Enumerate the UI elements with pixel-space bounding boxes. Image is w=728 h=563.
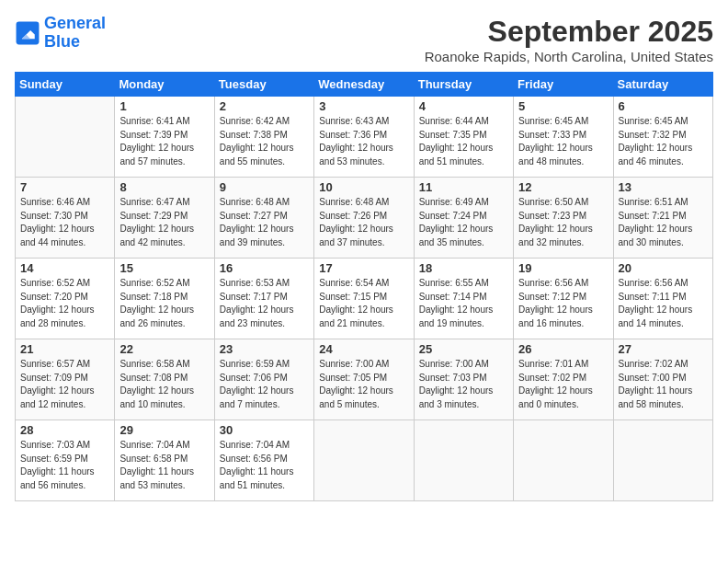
- day-info: Sunrise: 6:56 AMSunset: 7:12 PMDaylight:…: [518, 277, 608, 330]
- day-number: 19: [518, 261, 608, 275]
- day-cell: [414, 420, 513, 501]
- day-cell: [514, 420, 613, 501]
- week-row-4: 21Sunrise: 6:57 AMSunset: 7:09 PMDayligh…: [16, 339, 713, 420]
- day-number: 28: [20, 423, 109, 437]
- day-cell: 25Sunrise: 7:00 AMSunset: 7:03 PMDayligh…: [414, 339, 513, 420]
- day-number: 11: [419, 180, 508, 194]
- logo-general: General: [44, 14, 106, 32]
- page-header: General Blue September 2025 Roanoke Rapi…: [15, 15, 713, 64]
- day-info: Sunrise: 6:43 AMSunset: 7:36 PMDaylight:…: [319, 115, 408, 168]
- day-info: Sunrise: 6:54 AMSunset: 7:15 PMDaylight:…: [319, 277, 408, 330]
- day-number: 18: [419, 261, 508, 275]
- day-info: Sunrise: 6:55 AMSunset: 7:14 PMDaylight:…: [419, 277, 508, 330]
- day-info: Sunrise: 6:45 AMSunset: 7:32 PMDaylight:…: [619, 115, 708, 168]
- day-cell: 6Sunrise: 6:45 AMSunset: 7:32 PMDaylight…: [613, 97, 712, 178]
- day-info: Sunrise: 6:44 AMSunset: 7:35 PMDaylight:…: [419, 115, 508, 168]
- day-info: Sunrise: 6:48 AMSunset: 7:26 PMDaylight:…: [319, 196, 408, 249]
- weekday-header-row: SundayMondayTuesdayWednesdayThursdayFrid…: [16, 73, 713, 97]
- day-number: 5: [518, 99, 608, 113]
- day-cell: 21Sunrise: 6:57 AMSunset: 7:09 PMDayligh…: [16, 339, 115, 420]
- day-cell: 18Sunrise: 6:55 AMSunset: 7:14 PMDayligh…: [414, 259, 513, 339]
- day-cell: 24Sunrise: 7:00 AMSunset: 7:05 PMDayligh…: [314, 339, 414, 420]
- day-info: Sunrise: 6:47 AMSunset: 7:29 PMDaylight:…: [119, 196, 209, 249]
- logo: General Blue: [15, 15, 106, 52]
- day-number: 25: [419, 342, 508, 356]
- day-number: 2: [220, 99, 309, 113]
- day-info: Sunrise: 6:58 AMSunset: 7:08 PMDaylight:…: [119, 358, 209, 411]
- weekday-header-saturday: Saturday: [613, 73, 712, 97]
- day-info: Sunrise: 6:48 AMSunset: 7:27 PMDaylight:…: [220, 196, 309, 249]
- day-info: Sunrise: 7:00 AMSunset: 7:03 PMDaylight:…: [419, 358, 508, 411]
- day-cell: 28Sunrise: 7:03 AMSunset: 6:59 PMDayligh…: [16, 420, 115, 501]
- weekday-header-monday: Monday: [115, 73, 214, 97]
- day-number: 17: [319, 261, 408, 275]
- month-title: September 2025: [425, 15, 713, 49]
- day-info: Sunrise: 6:49 AMSunset: 7:24 PMDaylight:…: [419, 196, 508, 249]
- day-cell: 30Sunrise: 7:04 AMSunset: 6:56 PMDayligh…: [214, 420, 313, 501]
- day-number: 16: [220, 261, 309, 275]
- day-info: Sunrise: 6:46 AMSunset: 7:30 PMDaylight:…: [20, 196, 109, 249]
- day-cell: 4Sunrise: 6:44 AMSunset: 7:35 PMDaylight…: [414, 97, 513, 178]
- day-number: 27: [619, 342, 708, 356]
- weekday-header-tuesday: Tuesday: [214, 73, 313, 97]
- day-cell: 26Sunrise: 7:01 AMSunset: 7:02 PMDayligh…: [514, 339, 613, 420]
- day-number: 6: [619, 99, 708, 113]
- day-number: 15: [119, 261, 209, 275]
- day-info: Sunrise: 6:52 AMSunset: 7:20 PMDaylight:…: [20, 277, 109, 330]
- day-cell: 11Sunrise: 6:49 AMSunset: 7:24 PMDayligh…: [414, 178, 513, 259]
- day-cell: 15Sunrise: 6:52 AMSunset: 7:18 PMDayligh…: [115, 259, 214, 339]
- day-info: Sunrise: 7:04 AMSunset: 6:58 PMDaylight:…: [119, 439, 209, 492]
- day-cell: 16Sunrise: 6:53 AMSunset: 7:17 PMDayligh…: [214, 259, 313, 339]
- day-cell: 17Sunrise: 6:54 AMSunset: 7:15 PMDayligh…: [314, 259, 414, 339]
- day-cell: 20Sunrise: 6:56 AMSunset: 7:11 PMDayligh…: [613, 259, 712, 339]
- day-number: 8: [119, 180, 209, 194]
- day-cell: 27Sunrise: 7:02 AMSunset: 7:00 PMDayligh…: [613, 339, 712, 420]
- day-cell: 14Sunrise: 6:52 AMSunset: 7:20 PMDayligh…: [16, 259, 115, 339]
- day-cell: 19Sunrise: 6:56 AMSunset: 7:12 PMDayligh…: [514, 259, 613, 339]
- day-info: Sunrise: 6:42 AMSunset: 7:38 PMDaylight:…: [220, 115, 309, 168]
- day-info: Sunrise: 7:01 AMSunset: 7:02 PMDaylight:…: [518, 358, 608, 411]
- day-number: 24: [319, 342, 408, 356]
- title-block: September 2025 Roanoke Rapids, North Car…: [425, 15, 713, 64]
- day-number: 13: [619, 180, 708, 194]
- day-info: Sunrise: 6:59 AMSunset: 7:06 PMDaylight:…: [220, 358, 309, 411]
- day-number: 4: [419, 99, 508, 113]
- day-cell: 10Sunrise: 6:48 AMSunset: 7:26 PMDayligh…: [314, 178, 414, 259]
- calendar-table: SundayMondayTuesdayWednesdayThursdayFrid…: [15, 72, 713, 501]
- weekday-header-wednesday: Wednesday: [314, 73, 414, 97]
- day-number: 12: [518, 180, 608, 194]
- day-cell: 8Sunrise: 6:47 AMSunset: 7:29 PMDaylight…: [115, 178, 214, 259]
- day-cell: 3Sunrise: 6:43 AMSunset: 7:36 PMDaylight…: [314, 97, 414, 178]
- day-info: Sunrise: 7:04 AMSunset: 6:56 PMDaylight:…: [220, 439, 309, 492]
- day-info: Sunrise: 6:57 AMSunset: 7:09 PMDaylight:…: [20, 358, 109, 411]
- day-cell: [314, 420, 414, 501]
- day-number: 14: [20, 261, 109, 275]
- day-cell: 12Sunrise: 6:50 AMSunset: 7:23 PMDayligh…: [514, 178, 613, 259]
- week-row-5: 28Sunrise: 7:03 AMSunset: 6:59 PMDayligh…: [16, 420, 713, 501]
- day-info: Sunrise: 6:45 AMSunset: 7:33 PMDaylight:…: [518, 115, 608, 168]
- day-info: Sunrise: 7:03 AMSunset: 6:59 PMDaylight:…: [20, 439, 109, 492]
- weekday-header-thursday: Thursday: [414, 73, 513, 97]
- location: Roanoke Rapids, North Carolina, United S…: [425, 49, 713, 64]
- day-info: Sunrise: 6:53 AMSunset: 7:17 PMDaylight:…: [220, 277, 309, 330]
- weekday-header-sunday: Sunday: [16, 73, 115, 97]
- day-info: Sunrise: 6:50 AMSunset: 7:23 PMDaylight:…: [518, 196, 608, 249]
- day-cell: 29Sunrise: 7:04 AMSunset: 6:58 PMDayligh…: [115, 420, 214, 501]
- day-number: 26: [518, 342, 608, 356]
- day-number: 23: [220, 342, 309, 356]
- day-cell: 23Sunrise: 6:59 AMSunset: 7:06 PMDayligh…: [214, 339, 313, 420]
- day-number: 30: [220, 423, 309, 437]
- day-number: 7: [20, 180, 109, 194]
- day-number: 9: [220, 180, 309, 194]
- weekday-header-friday: Friday: [514, 73, 613, 97]
- day-info: Sunrise: 6:51 AMSunset: 7:21 PMDaylight:…: [619, 196, 708, 249]
- day-number: 1: [119, 99, 209, 113]
- day-number: 22: [119, 342, 209, 356]
- day-number: 29: [119, 423, 209, 437]
- day-info: Sunrise: 6:41 AMSunset: 7:39 PMDaylight:…: [119, 115, 209, 168]
- week-row-2: 7Sunrise: 6:46 AMSunset: 7:30 PMDaylight…: [16, 178, 713, 259]
- logo-text: General Blue: [44, 15, 106, 52]
- week-row-1: 1Sunrise: 6:41 AMSunset: 7:39 PMDaylight…: [16, 97, 713, 178]
- day-cell: 5Sunrise: 6:45 AMSunset: 7:33 PMDaylight…: [514, 97, 613, 178]
- day-cell: 2Sunrise: 6:42 AMSunset: 7:38 PMDaylight…: [214, 97, 313, 178]
